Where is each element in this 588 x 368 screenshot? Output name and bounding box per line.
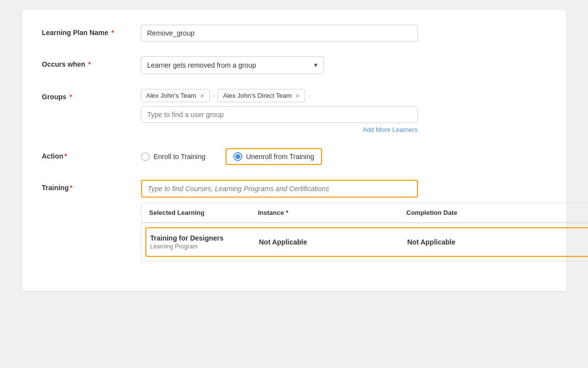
form-container: Learning Plan Name * Occurs when * Learn…	[22, 10, 566, 291]
groups-content: Alex John's Team × › Alex John's Direct …	[141, 89, 546, 133]
col-instance-header: Instance *	[258, 209, 407, 216]
enroll-label: Enroll to Training	[154, 153, 206, 161]
unenroll-option[interactable]: Unenroll from Training	[226, 148, 322, 165]
training-row: Training* Selected Learning Instance * C…	[42, 180, 546, 261]
unenroll-label: Unenroll from Training	[246, 153, 315, 161]
group-tag-2-remove[interactable]: ×	[296, 92, 300, 99]
add-more-learners-link[interactable]: Add More Learners	[141, 126, 418, 133]
selected-learning-table: Selected Learning Instance * Completion …	[141, 203, 588, 261]
training-content: Selected Learning Instance * Completion …	[141, 180, 588, 261]
learning-plan-name-row: Learning Plan Name *	[42, 25, 546, 41]
occurs-when-select[interactable]: Learner gets removed from a group Learne…	[141, 56, 324, 74]
completion-cell: Not Applicable	[407, 238, 587, 246]
learning-cell: Training for Designers Learning Program	[150, 234, 259, 250]
enroll-radio-circle	[141, 152, 150, 161]
col-completion-header: Completion Date	[407, 209, 588, 216]
group-search-input[interactable]	[141, 106, 418, 123]
action-radio-group: Enroll to Training Unenroll from Trainin…	[141, 148, 546, 165]
group-tag-2: Alex John's Direct Team ×	[218, 89, 305, 102]
learning-plan-name-input[interactable]	[141, 25, 418, 41]
table-row: Training for Designers Learning Program …	[145, 227, 588, 257]
tag-arrow-icon-2: ›	[308, 92, 310, 99]
instance-cell: Not Applicable	[259, 238, 407, 246]
learning-plan-name-label: Learning Plan Name *	[42, 25, 141, 37]
enroll-option[interactable]: Enroll to Training	[141, 152, 206, 161]
occurs-when-row: Occurs when * Learner gets removed from …	[42, 56, 546, 74]
table-header: Selected Learning Instance * Completion …	[141, 203, 588, 223]
occurs-when-label: Occurs when *	[42, 56, 141, 68]
learning-name: Training for Designers	[150, 234, 259, 242]
training-search-input[interactable]	[141, 180, 418, 198]
learning-type: Learning Program	[150, 243, 259, 250]
col-learning-header: Selected Learning	[149, 209, 258, 216]
action-row: Action* Enroll to Training Unenroll from…	[42, 148, 546, 165]
group-tag-1-remove[interactable]: ×	[200, 92, 204, 99]
group-tag-2-label: Alex John's Direct Team	[223, 92, 292, 99]
unenroll-radio-circle	[233, 152, 242, 161]
tag-arrow-icon: ›	[213, 92, 215, 99]
training-label: Training*	[42, 180, 141, 192]
table-body: Training for Designers Learning Program …	[141, 223, 588, 261]
action-content: Enroll to Training Unenroll from Trainin…	[141, 148, 546, 165]
action-label: Action*	[42, 148, 141, 160]
groups-label: Groups *	[42, 89, 141, 101]
occurs-when-content: Learner gets removed from a group Learne…	[141, 56, 546, 74]
occurs-when-select-wrapper: Learner gets removed from a group Learne…	[141, 56, 324, 74]
groups-tags-container: Alex John's Team × › Alex John's Direct …	[141, 89, 546, 102]
group-tag-1-label: Alex John's Team	[146, 92, 196, 99]
group-tag-1: Alex John's Team ×	[141, 89, 210, 102]
groups-row: Groups * Alex John's Team × › Alex John'…	[42, 89, 546, 133]
learning-plan-name-content	[141, 25, 546, 41]
